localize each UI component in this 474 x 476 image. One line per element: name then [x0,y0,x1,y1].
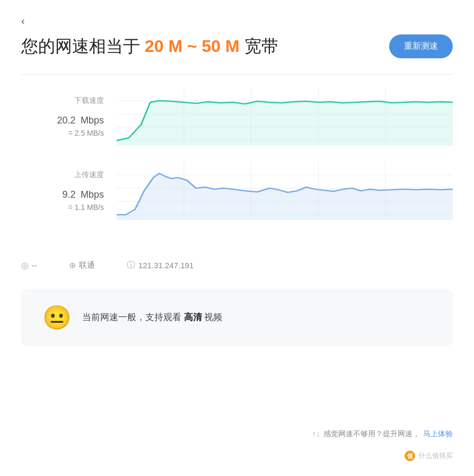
page-header: 您的网速相当于 20 M ~ 50 M 宽带 重新测速 [21,34,453,58]
back-icon: ‹ [21,15,25,27]
title-prefix: 您的网速相当于 [21,37,145,56]
upload-value: 9.2 Mbps [21,182,104,201]
download-label: 下载速度 [21,96,104,105]
info-row: ◎ -- ⊕ 联通 ⓘ 121.31.247.191 [21,260,453,271]
stats-area: 下载速度 20.2 Mbps = 2.5 MB/s [21,87,453,236]
title-range: 20 M ~ 50 M [145,37,240,56]
download-value: 20.2 Mbps [21,108,104,127]
retest-button[interactable]: 重新测速 [389,34,453,58]
upload-chart [117,162,453,220]
notice-highlight: 高清 [184,312,202,322]
footer-text: 感觉网速不够用？提升网速， [323,429,420,439]
ip-value: 121.31.247.191 [138,261,194,270]
watermark: 值 什么值得买 [405,451,453,461]
ip-info: ⓘ 121.31.247.191 [127,260,194,271]
download-unit: Mbps [81,115,104,126]
ip-icon: ⓘ [127,260,135,271]
notice-emoji: 😐 [42,304,72,331]
isp-value: 联通 [79,260,95,270]
footer-link[interactable]: 马上体验 [423,429,453,439]
download-convert: = 2.5 MB/s [21,129,104,137]
download-label-block: 下载速度 20.2 Mbps = 2.5 MB/s [21,96,117,137]
notice-text: 当前网速一般，支持观看 高清 视频 [82,310,222,324]
notice-box: 😐 当前网速一般，支持观看 高清 视频 [21,289,453,346]
page-title: 您的网速相当于 20 M ~ 50 M 宽带 [21,35,278,58]
location-info: ◎ -- [21,260,37,270]
upload-convert: = 1.1 MB/s [21,203,104,211]
watermark-icon: 值 [405,451,415,461]
upload-row: 上传速度 9.2 Mbps = 1.1 MB/s [21,162,453,220]
download-chart [117,87,453,146]
download-number: 20.2 [57,115,75,126]
footer-row: ↑↓ 感觉网速不够用？提升网速， 马上体验 [312,429,453,439]
back-button[interactable]: ‹ [21,15,25,27]
location-icon: ◎ [21,260,29,270]
title-suffix: 宽带 [240,37,278,56]
upload-label: 上传速度 [21,170,104,180]
location-value: -- [32,261,37,270]
download-row: 下载速度 20.2 Mbps = 2.5 MB/s [21,87,453,146]
upload-unit: Mbps [81,189,104,200]
header-divider [21,74,453,75]
notice-prefix: 当前网速一般，支持观看 [82,312,184,322]
notice-suffix: 视频 [202,312,223,322]
upload-number: 9.2 [63,189,76,200]
isp-info: ⊕ 联通 [69,260,95,270]
upload-label-block: 上传速度 9.2 Mbps = 1.1 MB/s [21,170,117,211]
watermark-label: 什么值得买 [418,451,453,461]
globe-icon: ⊕ [69,260,76,270]
upgrade-icon: ↑↓ [312,429,320,439]
